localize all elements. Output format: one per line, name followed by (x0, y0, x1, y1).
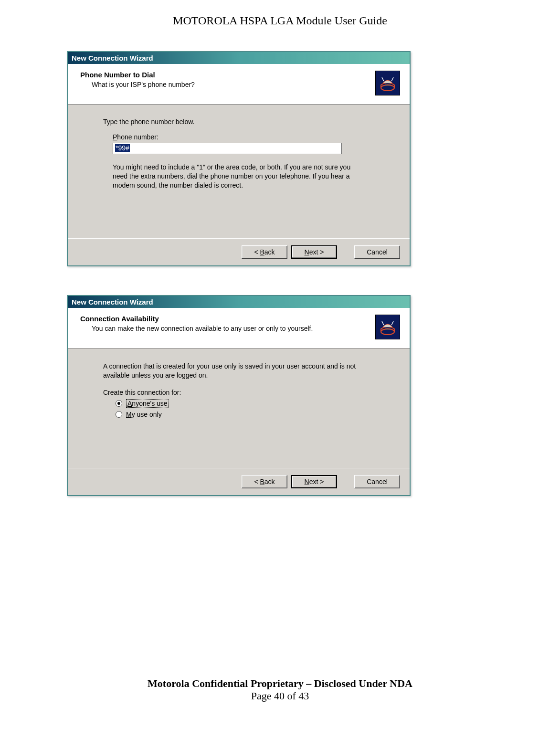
footer-page-number: Page 40 of 43 (48, 690, 512, 702)
titlebar: New Connection Wizard (68, 52, 410, 64)
next-button[interactable]: Next > (291, 245, 337, 259)
modem-icon (375, 71, 400, 95)
wizard-header: Connection Availability You can make the… (68, 308, 410, 348)
wizard-heading: Connection Availability (80, 315, 313, 323)
back-button[interactable]: < Back (242, 475, 287, 488)
wizard-dialog-phone: New Connection Wizard Phone Number to Di… (67, 51, 411, 266)
wizard-dialog-availability: New Connection Wizard Connection Availab… (67, 295, 411, 496)
wizard-subheading: You can make the new connection availabl… (92, 325, 313, 332)
wizard-body: A connection that is created for your us… (68, 348, 410, 468)
next-button[interactable]: Next > (291, 475, 337, 488)
wizard-heading: Phone Number to Dial (80, 71, 195, 79)
page-footer: Motorola Confidential Proprietary – Disc… (48, 677, 512, 702)
titlebar: New Connection Wizard (68, 296, 410, 308)
footer-confidential: Motorola Confidential Proprietary – Disc… (48, 677, 512, 690)
radio-my-use[interactable]: My use only (116, 411, 393, 418)
button-row: < Back Next > Cancel (68, 468, 410, 495)
group-label: Create this connection for: (103, 389, 393, 396)
cancel-button[interactable]: Cancel (354, 245, 400, 259)
wizard-subheading: What is your ISP's phone number? (92, 81, 195, 88)
radio-anyone[interactable]: Anyone's use (116, 399, 393, 408)
modem-icon (375, 315, 400, 339)
radio-dot-icon (116, 411, 122, 418)
radio-dot-icon (116, 400, 122, 407)
wizard-body: Type the phone number below. Phone numbe… (68, 105, 410, 238)
back-button[interactable]: < Back (242, 245, 287, 259)
phone-number-label: Phone number: (113, 133, 393, 141)
phone-number-input[interactable]: *99# (113, 143, 342, 154)
document-title: MOTOROLA HSPA LGA Module User Guide (48, 14, 512, 27)
instruction-text: Type the phone number below. (103, 118, 393, 126)
cancel-button[interactable]: Cancel (354, 475, 400, 488)
hint-text: You might need to include a "1" or the a… (113, 163, 356, 190)
intro-text: A connection that is created for your us… (103, 362, 380, 380)
wizard-header: Phone Number to Dial What is your ISP's … (68, 64, 410, 105)
button-row: < Back Next > Cancel (68, 238, 410, 265)
